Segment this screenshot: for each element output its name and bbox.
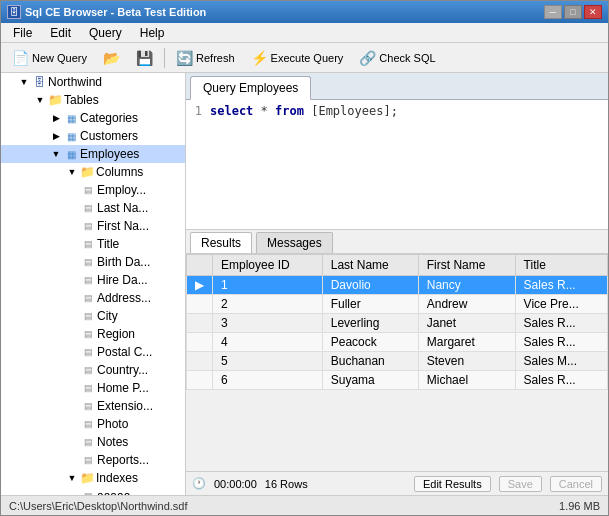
cell-employee-id: 1 <box>213 276 323 295</box>
table-categories-icon: ▦ <box>64 111 78 125</box>
tree-label-northwind: Northwind <box>48 75 102 89</box>
col-header-last-name[interactable]: Last Name <box>322 255 418 276</box>
refresh-button[interactable]: 🔄 Refresh <box>169 46 242 70</box>
expand-columns[interactable]: ▼ <box>65 165 79 179</box>
tree-item-col-hiredate[interactable]: ▤ Hire Da... <box>1 271 185 289</box>
window-title: Sql CE Browser - Beta Test Edition <box>25 6 206 18</box>
tree-label-country: Country... <box>97 363 148 377</box>
close-button[interactable]: ✕ <box>584 5 602 19</box>
tree-item-customers[interactable]: ▶ ▦ Customers <box>1 127 185 145</box>
table-row[interactable]: 5 Buchanan Steven Sales M... <box>187 352 608 371</box>
tree-item-col-firstname[interactable]: ▤ First Na... <box>1 217 185 235</box>
cancel-results-button[interactable]: Cancel <box>550 476 602 492</box>
kw-select: select <box>210 104 253 118</box>
tree-label-postalcode: Postal C... <box>97 345 152 359</box>
tree-label-extension: Extensio... <box>97 399 153 413</box>
col-header-employee-id[interactable]: Employee ID <box>213 255 323 276</box>
tree-item-col-address[interactable]: ▤ Address... <box>1 289 185 307</box>
expand-tables[interactable]: ▼ <box>33 93 47 107</box>
right-panel: Query Employees 1 select * from [Employe… <box>186 73 608 495</box>
query-tab[interactable]: Query Employees <box>190 76 311 100</box>
tree-item-col-lastname[interactable]: ▤ Last Na... <box>1 199 185 217</box>
edit-results-button[interactable]: Edit Results <box>414 476 491 492</box>
expand-indexes[interactable]: ▼ <box>65 471 79 485</box>
tree-item-col-aaaaa[interactable]: ▤ aaaaa... <box>1 487 185 495</box>
tree-item-col-city[interactable]: ▤ City <box>1 307 185 325</box>
tree-item-col-region[interactable]: ▤ Region <box>1 325 185 343</box>
col-city-icon: ▤ <box>81 309 95 323</box>
new-query-icon: 📄 <box>12 50 29 66</box>
menu-file[interactable]: File <box>5 24 40 42</box>
cell-employee-id: 6 <box>213 371 323 390</box>
table-row[interactable]: 2 Fuller Andrew Vice Pre... <box>187 295 608 314</box>
query-code[interactable]: select * from [Employees]; <box>210 104 398 225</box>
cell-first-name: Nancy <box>418 276 515 295</box>
expand-customers[interactable]: ▶ <box>49 129 63 143</box>
execute-label: Execute Query <box>271 52 344 64</box>
cell-first-name: Andrew <box>418 295 515 314</box>
menu-help[interactable]: Help <box>132 24 173 42</box>
minimize-button[interactable]: ─ <box>544 5 562 19</box>
query-editor[interactable]: 1 select * from [Employees]; <box>186 100 608 230</box>
tree-item-col-notes[interactable]: ▤ Notes <box>1 433 185 451</box>
table-row[interactable]: ▶ 1 Davolio Nancy Sales R... <box>187 276 608 295</box>
tree-item-col-extension[interactable]: ▤ Extensio... <box>1 397 185 415</box>
status-clock-icon: 🕐 <box>192 477 206 490</box>
expand-categories[interactable]: ▶ <box>49 111 63 125</box>
check-sql-button[interactable]: 🔗 Check SQL <box>352 46 442 70</box>
col-country-icon: ▤ <box>81 363 95 377</box>
col-header-title[interactable]: Title <box>515 255 607 276</box>
status-time: 00:00:00 <box>214 478 257 490</box>
code-semi: ; <box>391 104 398 118</box>
col-extension-icon: ▤ <box>81 399 95 413</box>
tree-label-columns: Columns <box>96 165 143 179</box>
tree-item-categories[interactable]: ▶ ▦ Categories <box>1 109 185 127</box>
expand-employees[interactable]: ▼ <box>49 147 63 161</box>
data-grid-wrapper[interactable]: Employee ID Last Name First Name Title ▶… <box>186 254 608 471</box>
results-tab-messages[interactable]: Messages <box>256 232 333 253</box>
col-homephone-icon: ▤ <box>81 381 95 395</box>
toolbar: 📄 New Query 📂 💾 🔄 Refresh ⚡ Execute Quer… <box>1 43 608 73</box>
new-query-button[interactable]: 📄 New Query <box>5 46 94 70</box>
tree-item-columns[interactable]: ▼ 📁 Columns <box>1 163 185 181</box>
tree-item-indexes[interactable]: ▼ 📁 Indexes <box>1 469 185 487</box>
tree-item-col-photo[interactable]: ▤ Photo <box>1 415 185 433</box>
save-icon: 💾 <box>136 50 153 66</box>
cell-first-name: Janet <box>418 314 515 333</box>
tree-item-col-country[interactable]: ▤ Country... <box>1 361 185 379</box>
open-icon: 📂 <box>103 50 120 66</box>
tree-label-tables: Tables <box>64 93 99 107</box>
maximize-button[interactable]: □ <box>564 5 582 19</box>
app-window: 🗄 Sql CE Browser - Beta Test Edition ─ □… <box>0 0 609 516</box>
tree-label-employees: Employees <box>80 147 139 161</box>
expand-northwind[interactable]: ▼ <box>17 75 31 89</box>
tree-item-col-birthdate[interactable]: ▤ Birth Da... <box>1 253 185 271</box>
code-table: [Employees] <box>304 104 391 118</box>
results-tab-results[interactable]: Results <box>190 232 252 253</box>
footer-bar: C:\Users\Eric\Desktop\Northwind.sdf 1.96… <box>1 495 608 515</box>
save-button[interactable]: 💾 <box>129 46 160 70</box>
menu-query[interactable]: Query <box>81 24 130 42</box>
tree-item-northwind[interactable]: ▼ 🗄 Northwind <box>1 73 185 91</box>
tree-item-employees[interactable]: ▼ ▦ Employees <box>1 145 185 163</box>
open-button[interactable]: 📂 <box>96 46 127 70</box>
code-star: * <box>253 104 275 118</box>
table-row[interactable]: 3 Leverling Janet Sales R... <box>187 314 608 333</box>
cell-employee-id: 3 <box>213 314 323 333</box>
tree-item-col-employeeid[interactable]: ▤ Employ... <box>1 181 185 199</box>
save-results-button[interactable]: Save <box>499 476 542 492</box>
tree-item-col-title[interactable]: ▤ Title <box>1 235 185 253</box>
tree-label-region: Region <box>97 327 135 341</box>
tree-label-title: Title <box>97 237 119 251</box>
tree-label-customers: Customers <box>80 129 138 143</box>
table-row[interactable]: 6 Suyama Michael Sales R... <box>187 371 608 390</box>
tree-item-col-reportsto[interactable]: ▤ Reports... <box>1 451 185 469</box>
tree-item-col-homephone[interactable]: ▤ Home P... <box>1 379 185 397</box>
tree-item-col-postalcode[interactable]: ▤ Postal C... <box>1 343 185 361</box>
row-indicator <box>187 295 213 314</box>
execute-query-button[interactable]: ⚡ Execute Query <box>244 46 351 70</box>
col-header-first-name[interactable]: First Name <box>418 255 515 276</box>
table-row[interactable]: 4 Peacock Margaret Sales R... <box>187 333 608 352</box>
tree-item-tables[interactable]: ▼ 📁 Tables <box>1 91 185 109</box>
menu-edit[interactable]: Edit <box>42 24 79 42</box>
